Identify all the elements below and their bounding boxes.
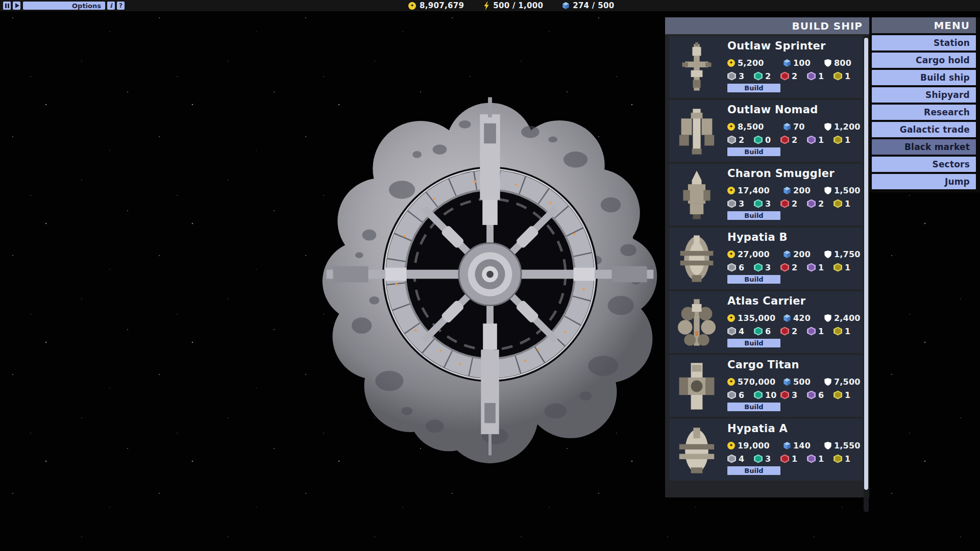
build-button[interactable]: Build bbox=[727, 275, 780, 284]
hex-gray-icon bbox=[727, 391, 736, 399]
hex-gray-icon bbox=[727, 263, 736, 272]
menu-item-research[interactable]: Research bbox=[872, 105, 976, 120]
menu-item-cargo-hold[interactable]: Cargo hold bbox=[872, 53, 976, 68]
hex-red-icon bbox=[780, 455, 789, 463]
credits-cost: 19,000 bbox=[738, 441, 770, 450]
cargo-capacity: 200 bbox=[793, 249, 811, 259]
hex-gray-icon bbox=[727, 136, 736, 144]
build-button[interactable]: Build bbox=[727, 339, 780, 347]
hex-yellow-icon bbox=[834, 327, 842, 336]
ship-card-outlaw-sprinter: Outlaw Sprinter ✦5,200 100 800 3 2 2 1 1… bbox=[669, 36, 863, 98]
ship-image bbox=[671, 358, 722, 414]
pause-button[interactable] bbox=[3, 2, 11, 10]
hex-yellow-icon bbox=[834, 136, 842, 144]
scrollbar-track[interactable] bbox=[864, 36, 869, 512]
menu-item-sectors[interactable]: Sectors bbox=[872, 157, 976, 172]
scrollbar-thumb[interactable] bbox=[864, 38, 868, 490]
coin-icon: ✦ bbox=[727, 251, 735, 258]
build-ship-panel: BUILD SHIP Outlaw Sprinter ✦5,200 100 80… bbox=[665, 17, 869, 497]
teal-resource-cost: 3 bbox=[765, 199, 771, 209]
help-button[interactable]: ? bbox=[117, 2, 125, 10]
ship-name: Cargo Titan bbox=[727, 359, 799, 371]
cargo-value: 274 / 500 bbox=[573, 1, 614, 10]
cargo-readout: 274 / 500 bbox=[562, 1, 614, 10]
play-icon bbox=[15, 3, 19, 8]
energy-readout: 500 / 1,000 bbox=[483, 1, 543, 10]
teal-resource-cost: 0 bbox=[765, 135, 771, 145]
menu-item-station[interactable]: Station bbox=[872, 35, 976, 51]
menu-item-build-ship[interactable]: Build ship bbox=[872, 70, 976, 85]
teal-resource-cost: 3 bbox=[765, 263, 771, 272]
info-button[interactable]: i bbox=[107, 2, 115, 10]
hex-gray-icon bbox=[727, 199, 736, 208]
hex-purple-icon bbox=[807, 72, 816, 81]
shield-icon bbox=[824, 123, 831, 131]
build-button[interactable]: Build bbox=[727, 84, 780, 92]
ship-image bbox=[671, 231, 722, 286]
game-viewport: Options i ? ✦ 8,907,679 500 / 1,000 274 … bbox=[0, 0, 980, 551]
ship-card-outlaw-nomad: Outlaw Nomad ✦8,500 70 1,200 2 0 2 1 1 B… bbox=[669, 100, 863, 162]
shield-icon bbox=[824, 442, 831, 449]
red-resource-cost: 2 bbox=[792, 135, 797, 145]
ship-name: Outlaw Sprinter bbox=[727, 40, 826, 52]
red-resource-cost: 1 bbox=[792, 454, 797, 464]
hex-gray-icon bbox=[727, 72, 736, 81]
cargo-icon bbox=[783, 378, 791, 386]
asteroid-station-base[interactable] bbox=[314, 83, 666, 468]
cargo-icon bbox=[562, 2, 569, 9]
shield-icon bbox=[824, 59, 831, 67]
hex-teal-icon bbox=[754, 327, 763, 336]
teal-resource-cost: 6 bbox=[765, 327, 771, 336]
credits-cost: 135,000 bbox=[738, 313, 775, 323]
purple-resource-cost: 2 bbox=[818, 199, 824, 209]
shield-icon bbox=[824, 378, 831, 386]
ship-name: Outlaw Nomad bbox=[727, 104, 818, 116]
coin-icon: ✦ bbox=[727, 187, 735, 194]
station-hub bbox=[459, 243, 521, 305]
ship-card-charon-smuggler: Charon Smuggler ✦17,400 200 1,500 3 3 2 … bbox=[669, 164, 863, 226]
play-button[interactable] bbox=[13, 2, 20, 10]
cargo-icon bbox=[783, 442, 791, 449]
ship-card-hypatia-b: Hypatia B ✦27,000 200 1,750 6 3 2 1 1 Bu… bbox=[669, 228, 863, 289]
options-button[interactable]: Options bbox=[23, 2, 105, 10]
hex-teal-icon bbox=[754, 263, 763, 272]
shield-value: 1,750 bbox=[834, 249, 861, 259]
shield-value: 1,550 bbox=[834, 441, 861, 450]
ship-name: Charon Smuggler bbox=[727, 167, 835, 180]
yellow-resource-cost: 1 bbox=[845, 263, 850, 272]
hex-yellow-icon bbox=[834, 391, 842, 399]
shield-icon bbox=[824, 187, 831, 194]
build-button[interactable]: Build bbox=[727, 466, 780, 475]
shield-value: 1,200 bbox=[834, 122, 861, 132]
hex-red-icon bbox=[780, 72, 789, 81]
yellow-resource-cost: 1 bbox=[845, 135, 850, 145]
red-resource-cost: 2 bbox=[792, 327, 797, 336]
shield-value: 2,400 bbox=[834, 313, 861, 323]
purple-resource-cost: 1 bbox=[818, 263, 824, 272]
hex-purple-icon bbox=[807, 391, 816, 399]
build-button[interactable]: Build bbox=[727, 211, 780, 220]
coin-icon: ✦ bbox=[727, 59, 735, 67]
pause-icon bbox=[5, 4, 7, 8]
build-button[interactable]: Build bbox=[727, 147, 780, 156]
menu-item-galactic-trade[interactable]: Galactic trade bbox=[872, 122, 976, 137]
menu-item-black-market[interactable]: Black market bbox=[872, 139, 976, 155]
ship-name: Atlas Carrier bbox=[727, 295, 805, 307]
hex-gray-icon bbox=[727, 327, 736, 336]
shield-value: 7,500 bbox=[834, 377, 861, 387]
gray-resource-cost: 6 bbox=[739, 390, 744, 400]
yellow-resource-cost: 1 bbox=[845, 454, 850, 464]
credits-readout: ✦ 8,907,679 bbox=[408, 1, 464, 10]
build-button[interactable]: Build bbox=[727, 403, 780, 411]
credits-cost: 570,000 bbox=[738, 377, 775, 387]
red-resource-cost: 3 bbox=[792, 390, 797, 400]
ship-image bbox=[671, 167, 722, 222]
red-resource-cost: 2 bbox=[792, 71, 797, 81]
shield-icon bbox=[824, 314, 831, 322]
menu-item-jump[interactable]: Jump bbox=[872, 174, 976, 189]
cargo-icon bbox=[783, 251, 791, 258]
hex-gray-icon bbox=[727, 455, 736, 463]
teal-resource-cost: 10 bbox=[765, 390, 777, 400]
hex-red-icon bbox=[780, 327, 789, 336]
menu-item-shipyard[interactable]: Shipyard bbox=[872, 87, 976, 103]
